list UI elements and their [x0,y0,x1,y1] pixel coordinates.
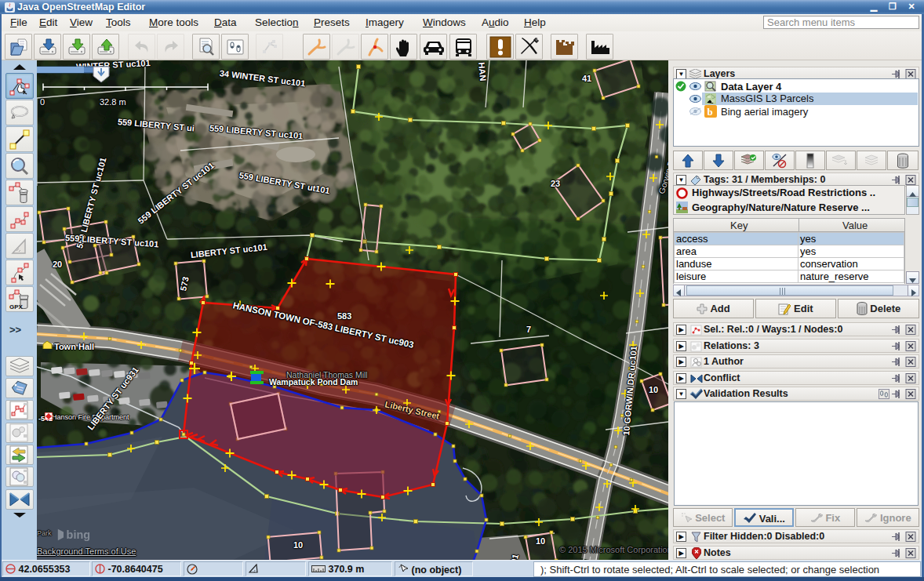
svg-text:GPX: GPX [9,303,24,310]
svg-text:b: b [708,106,713,118]
svg-text:bing: bing [67,528,90,541]
